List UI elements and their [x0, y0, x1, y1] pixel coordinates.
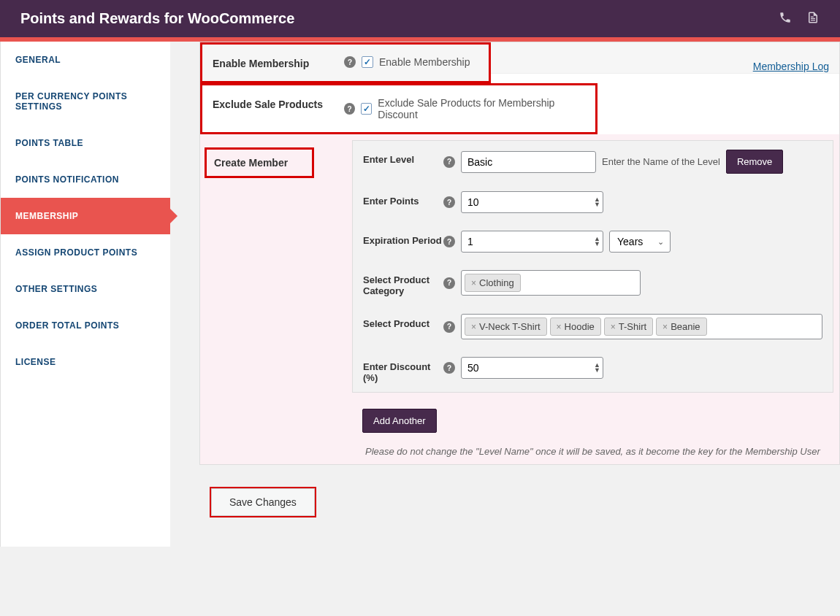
- create-member-row: Create Member Enter Level ? Enter the Na…: [200, 134, 839, 464]
- help-icon[interactable]: ?: [443, 236, 455, 247]
- enable-membership-row: Enable Membership ? Enable Membership: [200, 42, 491, 83]
- membership-log-link[interactable]: Membership Log: [753, 61, 829, 72]
- level-input[interactable]: [461, 151, 596, 173]
- tag[interactable]: ×Hoodie: [550, 317, 601, 336]
- exclude-sale-checkbox[interactable]: [361, 103, 372, 115]
- layout: GENERAL PER CURRENCY POINTS SETTINGS POI…: [0, 42, 840, 547]
- sidebar-item-membership[interactable]: MEMBERSHIP: [1, 198, 170, 234]
- help-icon[interactable]: ?: [443, 362, 455, 374]
- close-icon[interactable]: ×: [611, 322, 616, 332]
- product-label: Select Product: [363, 314, 443, 329]
- product-row: Select Product ? ×V-Neck T-Shirt ×Hoodie…: [353, 305, 833, 348]
- tag[interactable]: ×T-Shirt: [604, 317, 653, 336]
- help-icon[interactable]: ?: [443, 321, 455, 333]
- points-label: Enter Points: [363, 191, 443, 207]
- close-icon[interactable]: ×: [663, 322, 668, 332]
- points-row: Enter Points ? ▲▼: [353, 182, 833, 222]
- help-icon[interactable]: ?: [344, 56, 356, 68]
- discount-label: Enter Discount (%): [363, 357, 443, 383]
- sidebar-item-points-table[interactable]: POINTS TABLE: [1, 125, 170, 161]
- level-label: Enter Level: [363, 150, 443, 165]
- enable-membership-label: Enable Membership: [213, 56, 344, 69]
- sidebar-item-points-notification[interactable]: POINTS NOTIFICATION: [1, 161, 170, 198]
- note-text: Please do not change the "Level Name" on…: [365, 446, 826, 457]
- close-icon[interactable]: ×: [471, 278, 476, 288]
- category-row: Select Product Category ? ×Clothing: [353, 261, 833, 305]
- settings-panel: Enable Membership ? Enable Membership Me…: [199, 42, 840, 465]
- close-icon[interactable]: ×: [471, 322, 476, 332]
- close-icon[interactable]: ×: [557, 322, 562, 332]
- header-actions: [779, 11, 820, 27]
- tag[interactable]: ×Clothing: [465, 274, 521, 292]
- add-another-button[interactable]: Add Another: [362, 409, 437, 433]
- sidebar: GENERAL PER CURRENCY POINTS SETTINGS POI…: [1, 42, 170, 547]
- save-wrap: Save Changes: [210, 487, 316, 517]
- enable-membership-checkbox[interactable]: [362, 56, 373, 68]
- expiration-row: Expiration Period ? ▲▼ Years ⌄: [353, 222, 833, 261]
- exclude-sale-label: Exclude Sale Products: [213, 97, 344, 110]
- level-row: Enter Level ? Enter the Name of the Leve…: [353, 141, 833, 182]
- expiration-unit-select[interactable]: Years ⌄: [609, 231, 671, 253]
- remove-button[interactable]: Remove: [726, 150, 783, 174]
- product-select[interactable]: ×V-Neck T-Shirt ×Hoodie ×T-Shirt ×Beanie: [461, 314, 822, 339]
- points-input[interactable]: [461, 191, 603, 213]
- category-select[interactable]: ×Clothing: [461, 270, 641, 296]
- expiration-unit-value: Years: [617, 236, 643, 247]
- expiration-label: Expiration Period: [363, 231, 443, 246]
- help-icon[interactable]: ?: [443, 196, 455, 208]
- help-icon[interactable]: ?: [443, 277, 455, 289]
- enable-membership-desc: Enable Membership: [379, 56, 470, 68]
- create-member-label: Create Member: [205, 147, 314, 178]
- exclude-sale-desc: Exclude Sale Products for Membership Dis…: [378, 97, 585, 120]
- chevron-down-icon: ⌄: [657, 237, 664, 247]
- discount-row: Enter Discount (%) ? ▲▼: [353, 348, 833, 392]
- main-content: Enable Membership ? Enable Membership Me…: [170, 42, 840, 547]
- expiration-input[interactable]: [461, 231, 603, 253]
- sidebar-item-per-currency[interactable]: PER CURRENCY POINTS SETTINGS: [1, 78, 170, 125]
- tag[interactable]: ×Beanie: [656, 317, 707, 336]
- save-button[interactable]: Save Changes: [211, 488, 315, 516]
- phone-icon[interactable]: [779, 11, 792, 27]
- sidebar-item-order-total-points[interactable]: ORDER TOTAL POINTS: [1, 307, 170, 344]
- exclude-sale-row: Exclude Sale Products ? Exclude Sale Pro…: [200, 83, 597, 134]
- sidebar-item-general[interactable]: GENERAL: [1, 42, 170, 78]
- category-label: Select Product Category: [363, 270, 443, 296]
- header: Points and Rewards for WooCommerce: [0, 0, 840, 37]
- sidebar-item-other-settings[interactable]: OTHER SETTINGS: [1, 271, 170, 307]
- sidebar-item-assign-product-points[interactable]: ASSIGN PRODUCT POINTS: [1, 234, 170, 271]
- document-icon[interactable]: [806, 11, 820, 27]
- page-title: Points and Rewards for WooCommerce: [20, 10, 294, 27]
- discount-input[interactable]: [461, 357, 603, 379]
- member-form: Enter Level ? Enter the Name of the Leve…: [352, 140, 833, 393]
- help-icon[interactable]: ?: [344, 103, 355, 115]
- sidebar-item-license[interactable]: LICENSE: [1, 344, 170, 380]
- level-hint: Enter the Name of the Level: [602, 156, 720, 167]
- tag[interactable]: ×V-Neck T-Shirt: [465, 317, 547, 336]
- help-icon[interactable]: ?: [443, 156, 455, 168]
